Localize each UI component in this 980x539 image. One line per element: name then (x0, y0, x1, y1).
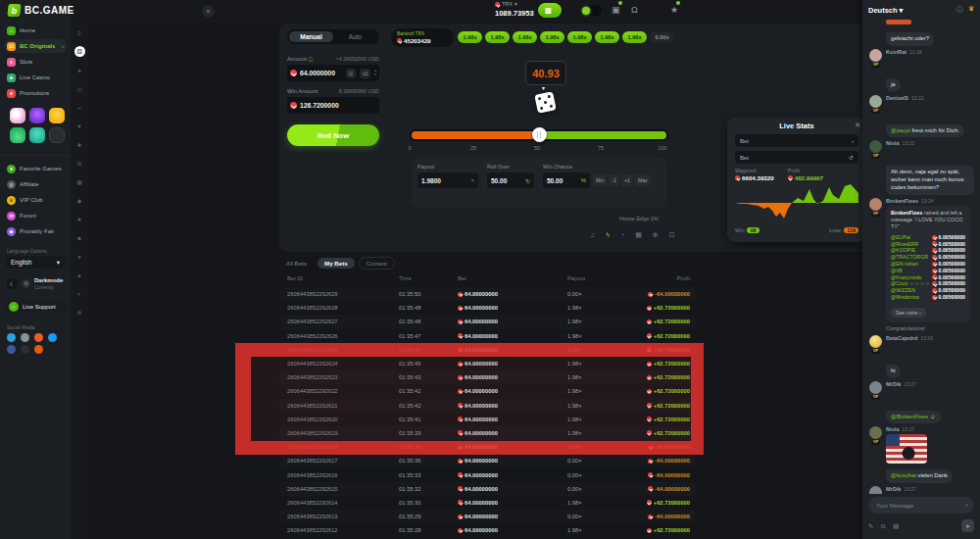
chat-rules-icon[interactable]: ⓘ (956, 5, 963, 15)
table-row[interactable]: 2606443852292612 01:35:28 64.00000000 1.… (279, 523, 696, 537)
rail-game-icon[interactable]: ⚙ (74, 158, 85, 169)
bankroll-display[interactable]: Bankroll TRX 45203429 (391, 28, 454, 47)
rain-recipient-name[interactable]: @RiverERR (891, 241, 918, 248)
chat-username[interactable]: KostRat (886, 49, 906, 55)
table-row[interactable]: 2606443852292615 01:35:32 64.00000000 0.… (279, 482, 696, 496)
emoji-picker-icon[interactable]: ◔ (964, 502, 968, 509)
rain-recipient-name[interactable]: @Krazymodo (891, 274, 922, 281)
stats-reset-row[interactable]: Bet↺ (735, 151, 858, 164)
avatar[interactable] (869, 198, 882, 211)
sidebar-item[interactable]: ✉ Forum (4, 209, 67, 222)
game-toolbar-icon[interactable]: ♫ (590, 231, 595, 239)
table-row[interactable]: 2606443852292613 01:35:29 64.00000000 0.… (279, 510, 696, 523)
sidebar-item[interactable]: ★ Promotions › (4, 86, 67, 100)
win-chance-step-button[interactable]: +1 (621, 174, 633, 186)
social-icon[interactable] (34, 333, 43, 342)
rain-recipient-name[interactable]: @Mrsdontso (891, 294, 919, 301)
wallet-button[interactable]: ▥ (538, 3, 562, 18)
sidebar-item[interactable]: ♦ Slots › (4, 55, 67, 69)
bets-tab[interactable]: My Bets (318, 258, 355, 269)
sidebar-item[interactable]: ★ Favorite Games (4, 162, 67, 175)
rail-game-icon[interactable]: ♥ (74, 121, 85, 131)
game-toolbar-icon[interactable]: ϟ (606, 231, 610, 239)
sidebar-collapse-button[interactable]: « (202, 5, 215, 18)
rain-recipient-name[interactable]: @WIZZEN (891, 287, 915, 294)
slider-handle[interactable] (532, 127, 547, 142)
roll-now-button[interactable]: Roll Now (287, 124, 379, 146)
live-support-button[interactable]: ∩ Live Support (5, 300, 66, 315)
close-icon[interactable]: ✕ (855, 122, 860, 129)
view-toggle[interactable] (580, 5, 602, 16)
game-shortcut-tile[interactable] (49, 127, 65, 143)
table-row[interactable]: 2606443852292628 01:35:48 64.00000000 1.… (279, 301, 696, 315)
quests-icon[interactable]: ★ (670, 3, 678, 17)
game-shortcut-tile[interactable] (10, 127, 25, 143)
win-chance-input[interactable]: 50.00 % (543, 172, 590, 188)
chat-username[interactable]: MrDik (886, 486, 901, 492)
bet-amount-input[interactable]: 64.0000000 /2 x2 ▴ ▾ (287, 65, 379, 81)
win-amount-input[interactable]: 126.7200000 (287, 97, 379, 114)
chat-language-select[interactable]: Deutsch▾ (868, 6, 903, 15)
table-row[interactable]: 2606443852292627 01:35:48 64.00000000 1.… (279, 315, 696, 328)
table-row[interactable]: 2606443852292614 01:35:30 64.00000000 1.… (279, 496, 696, 510)
win-chance-step-button[interactable]: Min (593, 174, 607, 186)
recent-result-pill[interactable]: 1.98x (485, 31, 510, 43)
bets-tab[interactable]: All Bets (279, 258, 314, 269)
rain-recipient-name[interactable]: @TRACTORGR (891, 254, 928, 261)
recent-result-pill[interactable]: 1.98x (622, 31, 647, 43)
user-mention[interactable]: @koschat (891, 472, 916, 478)
game-shortcut-tile[interactable] (29, 127, 45, 143)
social-icon[interactable] (21, 345, 29, 354)
sidebar-item[interactable]: ⚄ BC Originals › (4, 39, 67, 53)
refresh-icon[interactable]: ↻ (525, 177, 530, 184)
tab-auto[interactable]: Auto (333, 31, 377, 42)
rail-game-icon[interactable]: ■ (74, 232, 85, 243)
rail-game-icon[interactable]: ● (74, 251, 85, 262)
table-row[interactable]: 2606443852292617 01:35:36 64.00000000 0.… (279, 454, 696, 467)
rail-game-icon[interactable]: + (74, 102, 85, 113)
rail-game-icon[interactable]: ≡ (74, 27, 85, 38)
rail-game-icon[interactable]: ♣ (74, 139, 85, 150)
rain-recipient-name[interactable]: @KOOPIE (891, 247, 915, 254)
rail-game-icon[interactable]: ◎ (74, 83, 85, 94)
game-toolbar-icon[interactable]: ⊡ (669, 231, 675, 239)
game-shortcut-tile[interactable] (29, 108, 45, 123)
win-chance-step-button[interactable]: -1 (609, 174, 619, 186)
sidebar-item[interactable]: ⌂ Home › (4, 24, 67, 37)
send-button[interactable]: ➤ (961, 519, 974, 532)
avatar[interactable] (869, 95, 882, 108)
social-icon[interactable] (7, 333, 16, 342)
chat-tool-icon[interactable]: ▤ (893, 522, 899, 530)
amount-stepper[interactable]: ▴ ▾ (374, 70, 376, 77)
chat-username[interactable]: DenizelS (886, 95, 908, 101)
tab-manual[interactable]: Manual (289, 31, 333, 42)
win-chance-step-button[interactable]: Max (635, 174, 651, 186)
rail-game-icon[interactable]: ★ (74, 214, 85, 224)
rain-recipient-name[interactable]: @EN-Ivktan (891, 261, 918, 268)
table-row[interactable]: 2606443852292626 01:35:47 64.00000000 1.… (279, 329, 696, 343)
avatar[interactable] (869, 486, 882, 494)
bell-icon[interactable]: Ω (631, 3, 638, 17)
chat-image[interactable] (886, 434, 927, 464)
avatar[interactable] (869, 335, 882, 348)
half-bet-button[interactable]: /2 (346, 69, 356, 78)
logo[interactable]: b BC.GAME (8, 4, 74, 17)
chat-username[interactable]: MrDik (886, 381, 901, 387)
recent-result-pill[interactable]: 1.98x (513, 31, 537, 43)
rail-game-icon[interactable]: ⚄ (74, 46, 85, 57)
trophy-icon[interactable]: ♛ (968, 5, 974, 15)
rail-game-icon[interactable]: ▲ (74, 270, 85, 280)
chat-message-input[interactable] (874, 502, 961, 510)
game-toolbar-icon[interactable]: ⊕ (653, 231, 659, 239)
avatar[interactable] (869, 49, 882, 62)
avatar[interactable] (869, 140, 882, 153)
roll-slider[interactable] (410, 129, 668, 141)
rail-game-icon[interactable]: ⊕ (74, 307, 85, 318)
chat-input-wrap[interactable]: ◔ (868, 497, 974, 514)
sidebar-item[interactable]: ♣ Live Casino › (4, 71, 67, 84)
roll-over-input[interactable]: 50.00 ↻ (487, 172, 534, 188)
rail-game-icon[interactable]: ◆ (74, 195, 85, 206)
chat-username[interactable]: Niola (886, 426, 899, 432)
sidebar-item[interactable]: ♛ VIP Club (4, 193, 67, 207)
language-select[interactable]: English ▾ (5, 256, 66, 269)
